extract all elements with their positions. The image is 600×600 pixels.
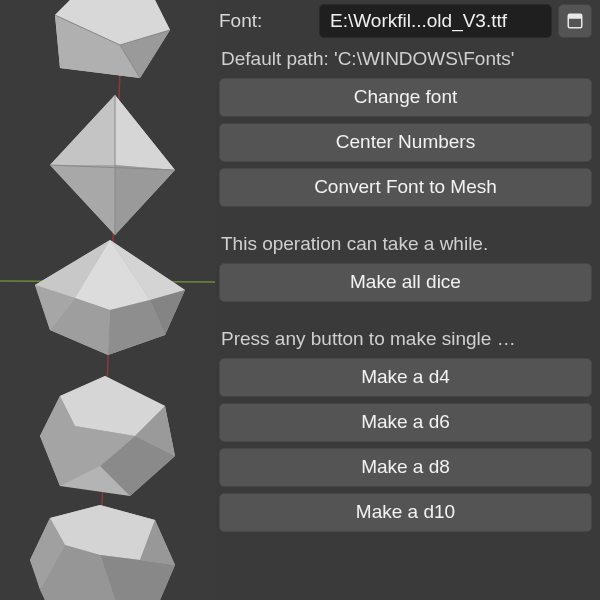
center-numbers-button[interactable]: Center Numbers bbox=[219, 123, 592, 162]
dice-d6 bbox=[55, 0, 170, 78]
make-all-button[interactable]: Make all dice bbox=[219, 263, 592, 302]
dice-d10-alt bbox=[40, 376, 175, 496]
make-d10-button[interactable]: Make a d10 bbox=[219, 493, 592, 532]
file-open-icon bbox=[566, 12, 584, 30]
file-open-button[interactable] bbox=[558, 4, 592, 38]
svg-marker-10 bbox=[115, 165, 175, 235]
convert-font-button[interactable]: Convert Font to Mesh bbox=[219, 168, 592, 207]
viewport-3d[interactable] bbox=[0, 0, 215, 600]
change-font-button[interactable]: Change font bbox=[219, 78, 592, 117]
warning-text: This operation can take a while. bbox=[219, 229, 592, 257]
svg-marker-8 bbox=[115, 95, 175, 170]
dice-d12 bbox=[30, 505, 175, 600]
make-d6-button[interactable]: Make a d6 bbox=[219, 403, 592, 442]
font-path-field[interactable]: E:\Workfil...old_V3.ttf bbox=[319, 4, 552, 38]
svg-marker-11 bbox=[50, 165, 115, 235]
svg-marker-9 bbox=[50, 95, 115, 165]
make-d4-button[interactable]: Make a d4 bbox=[219, 358, 592, 397]
svg-rect-34 bbox=[568, 14, 582, 19]
font-row: Font: E:\Workfil...old_V3.ttf bbox=[219, 4, 592, 38]
font-label: Font: bbox=[219, 10, 313, 32]
dice-d10 bbox=[35, 240, 185, 355]
default-path-text: Default path: 'C:\WINDOWS\Fonts' bbox=[219, 44, 592, 72]
dice-generator-panel: Font: E:\Workfil...old_V3.ttf Default pa… bbox=[215, 0, 600, 600]
single-hint-text: Press any button to make single … bbox=[219, 324, 592, 352]
dice-d8 bbox=[50, 95, 175, 235]
make-d8-button[interactable]: Make a d8 bbox=[219, 448, 592, 487]
